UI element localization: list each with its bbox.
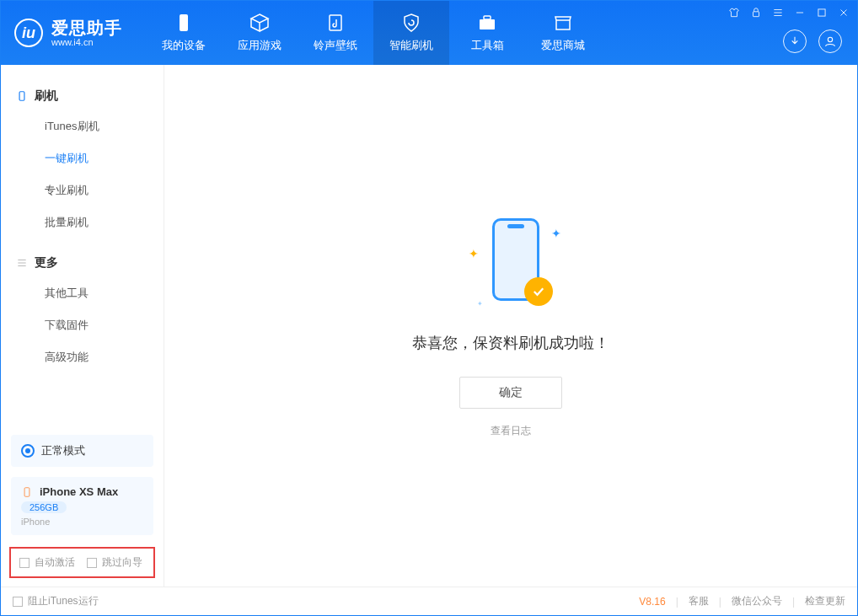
sparkle-icon: ✦	[477, 300, 483, 308]
sidebar-item-pro-flash[interactable]: 专业刷机	[1, 174, 164, 206]
store-icon	[553, 13, 573, 33]
tab-my-device-label: 我的设备	[162, 38, 206, 53]
sidebar-item-oneclick-flash[interactable]: 一键刷机	[1, 142, 164, 174]
mode-indicator-icon	[21, 444, 35, 458]
header-right-actions	[783, 29, 842, 53]
checkbox-skip-guide[interactable]: 跳过向导	[87, 555, 142, 570]
main-content: ✦ ✦ ✦ 恭喜您，保资料刷机成功啦！ 确定 查看日志	[164, 65, 857, 587]
sidebar-item-batch-flash[interactable]: 批量刷机	[1, 206, 164, 238]
tab-ringtones-label: 铃声壁纸	[314, 38, 357, 53]
tab-ringtones[interactable]: 铃声壁纸	[298, 1, 373, 65]
svg-rect-0	[180, 14, 188, 31]
tab-toolbox[interactable]: 工具箱	[449, 1, 525, 65]
shield-refresh-icon	[401, 13, 421, 33]
device-type: iPhone	[21, 517, 143, 527]
checkbox-block-itunes[interactable]: 阻止iTunes运行	[13, 594, 99, 608]
svg-rect-1	[330, 15, 341, 30]
window-controls	[727, 6, 850, 19]
account-button[interactable]	[818, 29, 842, 53]
body: 刷机 iTunes刷机 一键刷机 专业刷机 批量刷机 更多 其他工具 下载固件 …	[1, 65, 857, 587]
brand: iu 爱思助手 www.i4.cn	[1, 1, 137, 65]
mode-label: 正常模式	[41, 443, 85, 458]
wechat-link[interactable]: 微信公众号	[732, 594, 782, 608]
svg-rect-4	[753, 12, 759, 17]
success-check-icon	[524, 277, 553, 306]
sidebar-section-more-label: 更多	[35, 255, 58, 271]
brand-logo-icon: iu	[14, 19, 43, 47]
device-icon	[174, 13, 194, 33]
sparkle-icon: ✦	[469, 247, 479, 260]
options-row: 自动激活 跳过向导	[9, 547, 155, 578]
list-icon	[16, 257, 28, 269]
phone-small-icon	[16, 90, 28, 102]
minimize-button[interactable]	[793, 6, 807, 19]
tab-apps[interactable]: 应用游戏	[222, 1, 298, 65]
svg-rect-2	[480, 19, 495, 29]
tab-my-device[interactable]: 我的设备	[146, 1, 222, 65]
app-window: iu 爱思助手 www.i4.cn 我的设备 应用游戏 铃声壁纸 智能刷机	[0, 0, 858, 616]
device-card[interactable]: iPhone XS Max 256GB iPhone	[11, 477, 153, 535]
sidebar-section-flash: 刷机	[1, 82, 164, 110]
brand-url: www.i4.cn	[51, 37, 122, 47]
tab-apps-label: 应用游戏	[238, 38, 282, 53]
svg-rect-5	[818, 9, 825, 16]
check-update-link[interactable]: 检查更新	[805, 594, 845, 608]
checkbox-icon	[87, 558, 97, 568]
checkbox-icon	[19, 558, 29, 568]
sparkle-icon: ✦	[551, 227, 561, 240]
svg-rect-7	[19, 92, 24, 101]
device-name: iPhone XS Max	[40, 485, 118, 498]
confirm-button[interactable]: 确定	[459, 377, 562, 409]
tab-store[interactable]: 爱思商城	[525, 1, 601, 65]
music-file-icon	[325, 13, 346, 33]
close-button[interactable]	[837, 6, 850, 19]
shirt-icon[interactable]	[727, 6, 741, 19]
checkbox-auto-activate[interactable]: 自动激活	[19, 555, 75, 570]
svg-rect-8	[24, 487, 29, 496]
checkbox-block-itunes-label: 阻止iTunes运行	[28, 594, 99, 608]
cube-icon	[249, 13, 270, 33]
sidebar-section-flash-label: 刷机	[35, 88, 58, 104]
download-button[interactable]	[783, 29, 807, 53]
svg-rect-3	[484, 16, 491, 19]
success-title: 恭喜您，保资料刷机成功啦！	[412, 333, 609, 353]
checkbox-skip-guide-label: 跳过向导	[102, 555, 142, 570]
statusbar: 阻止iTunes运行 V8.16 | 客服 | 微信公众号 | 检查更新	[1, 587, 857, 615]
device-storage-badge: 256GB	[21, 501, 67, 513]
tab-toolbox-label: 工具箱	[471, 38, 504, 53]
sidebar-section-more: 更多	[1, 249, 164, 277]
success-illustration: ✦ ✦ ✦	[435, 213, 587, 314]
version-label: V8.16	[639, 596, 665, 608]
maximize-button[interactable]	[815, 6, 829, 19]
checkbox-auto-activate-label: 自动激活	[35, 555, 75, 570]
toolbox-icon	[477, 13, 497, 33]
sidebar-item-download-firmware[interactable]: 下载固件	[1, 309, 164, 341]
checkbox-icon	[13, 597, 23, 607]
menu-icon[interactable]	[771, 6, 785, 19]
top-tabs: 我的设备 应用游戏 铃声壁纸 智能刷机 工具箱 爱思商城	[146, 1, 601, 65]
view-log-link[interactable]: 查看日志	[491, 424, 531, 438]
svg-point-6	[828, 37, 832, 41]
sidebar: 刷机 iTunes刷机 一键刷机 专业刷机 批量刷机 更多 其他工具 下载固件 …	[1, 65, 164, 587]
lock-icon[interactable]	[749, 6, 763, 19]
tab-store-label: 爱思商城	[541, 38, 585, 53]
sidebar-item-itunes-flash[interactable]: iTunes刷机	[1, 110, 164, 142]
tab-flash-label: 智能刷机	[389, 38, 433, 53]
titlebar: iu 爱思助手 www.i4.cn 我的设备 应用游戏 铃声壁纸 智能刷机	[1, 1, 857, 65]
support-link[interactable]: 客服	[689, 594, 709, 608]
sidebar-item-advanced[interactable]: 高级功能	[1, 341, 164, 373]
mode-card[interactable]: 正常模式	[11, 435, 153, 467]
tab-flash[interactable]: 智能刷机	[373, 1, 449, 65]
sidebar-item-other-tools[interactable]: 其他工具	[1, 277, 164, 309]
phone-outline-icon	[21, 486, 33, 498]
brand-name: 爱思助手	[51, 19, 122, 37]
